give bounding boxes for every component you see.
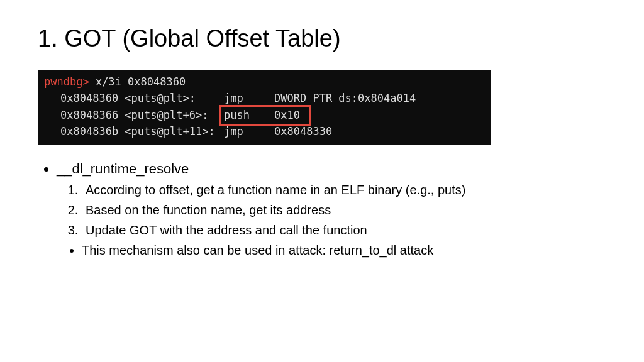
terminal-block: pwndbg> x/3i 0x8048360 0x8048360 <puts@p…: [38, 70, 491, 145]
terminal-command-line: pwndbg> x/3i 0x8048360: [44, 74, 484, 90]
step-item: According to offset, get a function name…: [82, 180, 606, 199]
terminal-command: x/3i 0x8048360: [89, 74, 186, 90]
bullet-main-text: __dl_runtime_resolve: [57, 161, 189, 177]
disasm-mnem: jmp: [224, 123, 274, 140]
slide-title: 1. GOT (Global Offset Table): [38, 25, 606, 52]
sub-bullet-list: This mechanism also can be used in attac…: [82, 241, 606, 260]
bullet-list: __dl_runtime_resolve According to offset…: [57, 158, 606, 260]
sub-bullet: This mechanism also can be used in attac…: [82, 241, 606, 260]
disasm-mnem: push: [224, 107, 274, 123]
terminal-prompt: pwndbg>: [44, 74, 89, 90]
bullet-main: __dl_runtime_resolve According to offset…: [57, 158, 606, 260]
disasm-line-2: 0x804836b <puts@plt+11>:jmp0x8048330: [44, 123, 484, 140]
disasm-mnem: jmp: [224, 90, 274, 106]
disasm-line-1: 0x8048366 <puts@plt+6>:push0x10: [44, 107, 484, 123]
disasm-ops: 0x10: [274, 107, 300, 123]
step-item: Based on the function name, get its addr…: [82, 200, 606, 219]
disasm-addr: 0x8048360 <puts@plt>:: [44, 90, 224, 106]
disasm-addr: 0x8048366 <puts@plt+6>:: [44, 107, 224, 123]
disasm-line-0: 0x8048360 <puts@plt>:jmpDWORD PTR ds:0x8…: [44, 90, 484, 106]
slide-container: 1. GOT (Global Offset Table) pwndbg> x/3…: [0, 0, 644, 260]
step-item: Update GOT with the address and call the…: [82, 221, 606, 239]
disasm-ops: 0x8048330: [274, 123, 332, 140]
disasm-ops: DWORD PTR ds:0x804a014: [274, 90, 416, 106]
disasm-addr: 0x804836b <puts@plt+11>:: [44, 123, 224, 140]
numbered-steps: According to offset, get a function name…: [82, 180, 606, 239]
